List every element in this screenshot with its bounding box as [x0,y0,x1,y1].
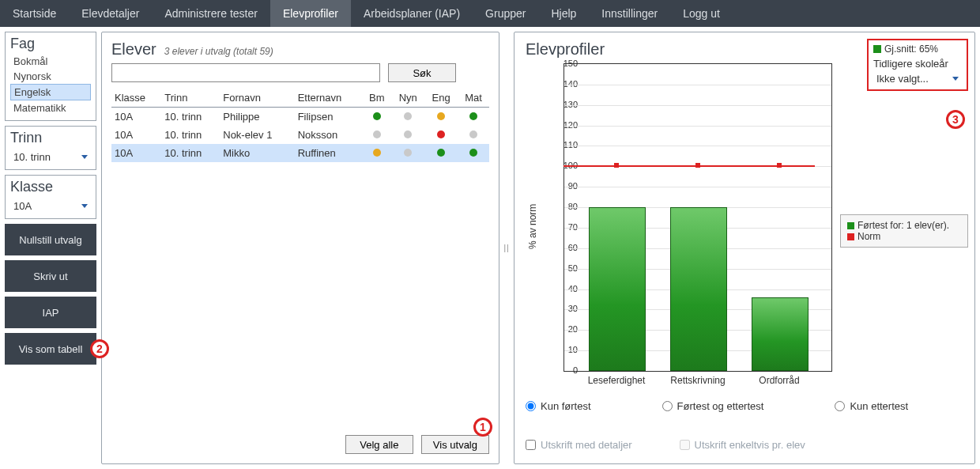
status-dot [469,149,477,157]
sidebar: Fag Bokmål Nynorsk Engelsk Matematikk Tr… [5,32,96,464]
top-nav: Startside Elevdetaljer Administrere test… [0,0,980,27]
reset-button[interactable]: Nullstill utvalg [5,224,96,255]
status-dot [373,130,381,138]
elever-subtitle: 3 elever i utvalg (totalt 59) [164,46,273,57]
col-mat[interactable]: Mat [458,89,489,108]
fag-engelsk[interactable]: Engelsk [10,84,91,100]
klasse-value: 10A [13,200,32,212]
chevron-down-icon [81,155,88,159]
show-selection-button[interactable]: Vis utvalg [421,435,489,454]
annotation-1: 1 [473,418,492,437]
trinn-value: 10. trinn [13,151,51,163]
fag-nynorsk[interactable]: Nynorsk [10,69,91,84]
elever-title: Elever [111,40,156,59]
col-fornavn[interactable]: Fornavn [220,89,294,108]
radio-post[interactable]: Kun ettertest [835,400,908,412]
nav-hjelp[interactable]: Hjelp [538,0,589,27]
status-dot [373,112,381,120]
norm-point [695,163,700,168]
norm-point [777,163,782,168]
trinn-box: Trinn 10. trinn [5,126,96,170]
klasse-title: Klasse [10,179,91,195]
nav-innstillinger[interactable]: Innstillinger [589,0,670,27]
nav-arbeidsplaner[interactable]: Arbeidsplaner (IAP) [351,0,473,27]
radio-both[interactable]: Førtest og ettertest [662,400,764,412]
splitter-handle[interactable]: || [504,32,509,464]
status-dot [373,149,381,157]
elever-panel: Elever 3 elever i utvalg (totalt 59) Søk… [101,32,499,464]
chevron-down-icon [952,77,959,81]
status-dot [469,130,477,138]
annotation-2: 2 [90,339,109,358]
table-row[interactable]: 10A10. trinnPhilippeFilipsen [111,108,489,127]
search-input[interactable] [111,63,380,82]
nav-elevprofiler[interactable]: Elevprofiler [270,0,351,27]
chk-detail[interactable]: Utskrift med detaljer [526,439,632,451]
y-axis-label: % av norm [526,63,538,389]
fag-title: Fag [10,36,91,52]
trinn-select[interactable]: 10. trinn [10,149,91,165]
col-nyn[interactable]: Nyn [391,89,424,108]
bar [670,207,727,371]
nav-elevdetaljer[interactable]: Elevdetaljer [69,0,152,27]
status-dot [404,112,412,120]
print-button[interactable]: Skriv ut [5,260,96,292]
elever-table: Klasse Trinn Fornavn Etternavn Bm Nyn En… [111,89,489,430]
trinn-title: Trinn [10,130,91,146]
table-button[interactable]: Vis som tabell 2 [5,333,96,365]
search-button[interactable]: Søk [388,63,456,82]
nav-startside[interactable]: Startside [0,0,69,27]
table-row[interactable]: 10A10. trinnMikkoRuffinen [111,144,489,162]
status-dot [404,149,412,157]
square-icon [847,222,854,229]
status-dot [469,112,477,120]
col-eng[interactable]: Eng [424,89,458,108]
chart-panel: Elevprofiler % av norm 01020304050607080… [514,32,975,464]
iap-button[interactable]: IAP [5,297,96,328]
x-tick-label: Leseferdighet [581,375,652,386]
bar [589,207,646,371]
prev-year-select[interactable]: Ikke valgt... [873,71,962,86]
status-dot [437,149,445,157]
radio-pre[interactable]: Kun førtest [526,400,591,412]
fag-matematikk[interactable]: Matematikk [10,100,91,115]
summary-box: Gj.snitt: 65% Tidligere skoleår Ikke val… [867,39,968,91]
nav-administrere-tester[interactable]: Administrere tester [152,0,270,27]
klasse-box: Klasse 10A [5,175,96,219]
nav-grupper[interactable]: Grupper [473,0,538,27]
nav-loggut[interactable]: Logg ut [670,0,733,27]
x-tick-label: Rettskrivning [662,375,733,386]
chart-legend: Førtest for: 1 elev(er). Norm [840,214,968,248]
plot-area [564,63,832,372]
avg-label: Gj.snitt: 65% [884,43,938,55]
bar [752,297,808,371]
fag-box: Fag Bokmål Nynorsk Engelsk Matematikk [5,32,96,121]
fag-bokmal[interactable]: Bokmål [10,54,91,69]
select-all-button[interactable]: Velg alle [345,435,413,454]
square-icon [847,233,854,240]
x-tick-label: Ordforråd [744,375,815,386]
norm-point [614,163,619,168]
col-etternavn[interactable]: Etternavn [295,89,363,108]
square-icon [873,45,881,53]
status-dot [437,130,445,138]
col-klasse[interactable]: Klasse [111,89,161,108]
chk-per[interactable]: Utskrift enkeltvis pr. elev [680,439,805,451]
klasse-select[interactable]: 10A [10,199,91,214]
col-trinn[interactable]: Trinn [161,89,220,108]
col-bm[interactable]: Bm [362,89,391,108]
status-dot [404,130,412,138]
table-row[interactable]: 10A10. trinnNok-elev 1Noksson [111,126,489,144]
chevron-down-icon [81,204,88,208]
annotation-3: 3 [946,110,965,129]
prev-year-label: Tidligere skoleår [873,58,962,70]
status-dot [437,112,445,120]
